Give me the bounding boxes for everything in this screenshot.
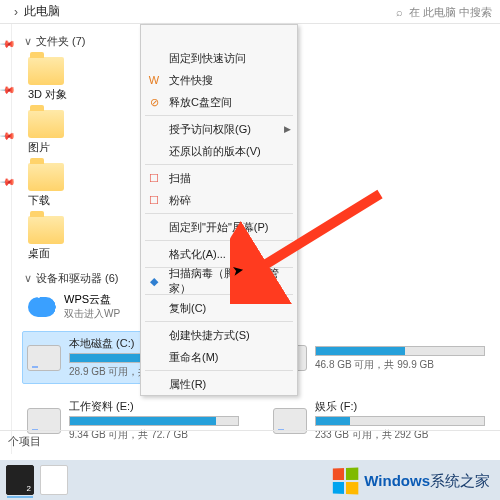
status-bar: 个项目 (0, 430, 500, 452)
menu-item-label: 固定到"开始"屏幕(P) (169, 220, 268, 235)
menu-item[interactable]: 授予访问权限(G)▶ (141, 118, 297, 140)
cloud-sub: 双击进入WP (64, 307, 120, 321)
windows-logo-icon (333, 467, 358, 494)
context-menu: 固定到快速访问W文件快搜⊘释放C盘空间授予访问权限(G)▶还原以前的版本(V)☐… (140, 24, 298, 396)
drives-header-label: 设备和驱动器 (6) (36, 271, 119, 286)
taskbar-item[interactable]: 2 (6, 465, 34, 495)
menu-item[interactable]: 还原以前的版本(V) (141, 140, 297, 162)
menu-item[interactable]: 固定到"开始"屏幕(P) (141, 216, 297, 238)
menu-item[interactable]: 创建快捷方式(S) (141, 324, 297, 346)
folder-label: 桌面 (28, 246, 50, 261)
menu-separator (145, 240, 293, 241)
menu-item-label: 释放C盘空间 (169, 95, 232, 110)
menu-item[interactable]: 属性(R) (141, 373, 297, 395)
menu-item-label: 固定到快速访问 (169, 51, 246, 66)
cloud-name: WPS云盘 (64, 292, 120, 307)
folder-icon (28, 216, 64, 244)
menu-separator (145, 213, 293, 214)
drive-free: 46.8 GB 可用，共 99.9 GB (315, 358, 485, 372)
cursor-icon: ➤ (231, 261, 246, 279)
menu-item-icon: ☐ (147, 193, 161, 207)
capacity-bar (315, 416, 485, 426)
menu-item[interactable]: ☐粉碎 (141, 189, 297, 211)
capacity-bar (69, 416, 239, 426)
content-pane: ∨ 文件夹 (7) 3D 对象图片下载桌面 ∨ 设备和驱动器 (6) WPS云盘… (12, 24, 500, 454)
menu-item[interactable]: ◆扫描病毒（腾讯电脑管家） (141, 270, 297, 292)
search-box[interactable]: ⌕ 在 此电脑 中搜索 (396, 2, 492, 22)
menu-item-label: 粉碎 (169, 193, 191, 208)
menu-item-label: 重命名(M) (169, 350, 219, 365)
taskbar-item[interactable] (40, 465, 68, 495)
folder-icon (28, 57, 64, 85)
folder-label: 3D 对象 (28, 87, 67, 102)
menu-item-label: 复制(C) (169, 301, 206, 316)
nav-pane-edge: 📌 📌 📌 📌 (0, 24, 12, 454)
drive-name: 工作资料 (E:) (69, 399, 239, 414)
drive-name: 娱乐 (F:) (315, 399, 485, 414)
menu-item-label: 扫描 (169, 171, 191, 186)
menu-item-label: 属性(R) (169, 377, 206, 392)
taskbar-badge: 2 (27, 484, 31, 493)
menu-separator (145, 115, 293, 116)
menu-separator (145, 370, 293, 371)
folder-icon (28, 163, 64, 191)
caret-down-icon: ∨ (24, 35, 32, 48)
menu-item[interactable]: W文件快搜 (141, 69, 297, 91)
menu-item-label: 文件快搜 (169, 73, 213, 88)
status-text: 个项目 (8, 434, 41, 449)
menu-item-icon: ⊘ (147, 95, 161, 109)
folder-label: 下载 (28, 193, 50, 208)
folder-icon (28, 110, 64, 138)
folder-label: 图片 (28, 140, 50, 155)
menu-item[interactable]: 重命名(M) (141, 346, 297, 368)
search-icon: ⌕ (396, 6, 403, 18)
drive-item[interactable]: 46.8 GB 可用，共 99.9 GB (268, 331, 490, 384)
menu-separator (145, 164, 293, 165)
submenu-arrow-icon: ▶ (284, 124, 291, 134)
menu-item-icon: ☐ (147, 171, 161, 185)
menu-item[interactable] (141, 25, 297, 47)
menu-item[interactable]: 复制(C) (141, 297, 297, 319)
drive-icon (27, 345, 61, 371)
location-title: 此电脑 (24, 3, 60, 20)
folders-header-label: 文件夹 (7) (36, 34, 86, 49)
chevron-right-icon: › (14, 5, 18, 19)
menu-item[interactable]: ☐扫描 (141, 167, 297, 189)
menu-item-label: 授予访问权限(G) (169, 122, 251, 137)
menu-item[interactable]: ⊘释放C盘空间 (141, 91, 297, 113)
menu-item-label: 扫描病毒（腾讯电脑管家） (169, 266, 287, 296)
menu-item-icon: W (147, 73, 161, 87)
menu-item-label: 创建快捷方式(S) (169, 328, 250, 343)
menu-item[interactable]: 格式化(A)... (141, 243, 297, 265)
cloud-icon (28, 297, 56, 317)
caret-down-icon: ∨ (24, 272, 32, 285)
watermark-text: Windows系统之家 (364, 472, 490, 491)
menu-item-icon: ◆ (147, 274, 161, 288)
watermark: Windows系统之家 (332, 468, 490, 494)
menu-separator (145, 321, 293, 322)
menu-item-label: 格式化(A)... (169, 247, 226, 262)
menu-item-label: 还原以前的版本(V) (169, 144, 261, 159)
capacity-bar (315, 346, 485, 356)
search-placeholder: 在 此电脑 中搜索 (409, 5, 492, 20)
menu-item[interactable]: 固定到快速访问 (141, 47, 297, 69)
